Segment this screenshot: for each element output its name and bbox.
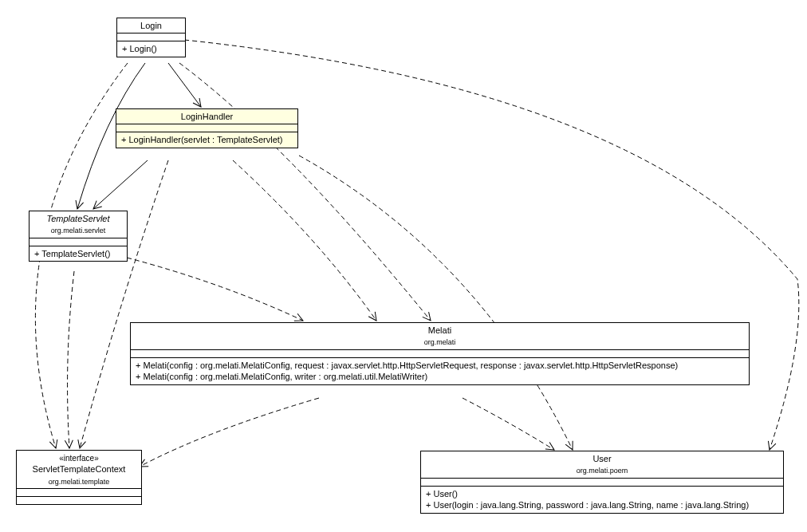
class-melati: Melati org.melati + Melati(config : org.… xyxy=(130,322,750,385)
class-loginhandler-attrs xyxy=(116,124,297,132)
class-user-op-1: + User(login : java.lang.String, passwor… xyxy=(426,500,749,510)
class-login-attrs xyxy=(117,33,185,41)
class-melati-pkg: org.melati xyxy=(424,338,456,346)
class-melati-op-0: + Melati(config : org.melati.MelatiConfi… xyxy=(136,361,678,370)
edge-melati-to-user xyxy=(463,398,554,450)
class-user-attrs xyxy=(421,479,783,487)
class-stc-attrs xyxy=(17,489,141,497)
edge-login-to-user xyxy=(184,40,799,450)
class-stc-name: ServletTemplateContext xyxy=(33,464,126,474)
class-templateservlet: TemplateServlet org.melati.servlet + Tem… xyxy=(29,211,128,262)
edge-loginhandler-to-stc xyxy=(80,160,168,448)
class-loginhandler-op-0: + LoginHandler(servlet : TemplateServlet… xyxy=(116,132,297,147)
class-templateservlet-name: TemplateServlet xyxy=(46,214,109,223)
edge-loginhandler-to-user xyxy=(299,156,573,450)
class-user-ops: + User() + User(login : java.lang.String… xyxy=(421,487,783,513)
class-melati-name: Melati xyxy=(428,325,451,335)
class-stc: «interface» ServletTemplateContext org.m… xyxy=(16,450,142,505)
edge-templateservlet-to-melati xyxy=(127,258,303,321)
class-templateservlet-head: TemplateServlet org.melati.servlet xyxy=(30,211,127,238)
class-melati-head: Melati org.melati xyxy=(131,323,749,350)
class-user-name: User xyxy=(592,454,611,463)
class-user: User org.melati.poem + User() + User(log… xyxy=(420,451,784,514)
class-loginhandler-name: LoginHandler xyxy=(116,109,297,124)
edge-loginhandler-to-melati xyxy=(233,160,376,321)
edge-melati-to-stc xyxy=(140,398,319,467)
class-login-name: Login xyxy=(117,18,185,33)
class-stc-ops xyxy=(17,497,141,504)
edge-login-to-loginhandler xyxy=(168,63,201,107)
edge-loginhandler-to-templateservlet xyxy=(93,160,148,209)
class-loginhandler: LoginHandler + LoginHandler(servlet : Te… xyxy=(116,108,298,148)
class-login-op-0: + Login() xyxy=(117,41,185,56)
edge-templateservlet-to-stc xyxy=(68,271,74,448)
edge-login-to-melati xyxy=(179,63,431,321)
class-templateservlet-op-0: + TemplateServlet() xyxy=(30,246,127,261)
uml-diagram: Login + Login() LoginHandler + LoginHand… xyxy=(0,0,807,532)
class-templateservlet-attrs xyxy=(30,238,127,246)
class-user-head: User org.melati.poem xyxy=(421,451,783,479)
class-melati-attrs xyxy=(131,350,749,358)
class-user-op-0: + User() xyxy=(426,489,458,499)
class-user-pkg: org.melati.poem xyxy=(577,467,628,475)
class-stc-stereo: «interface» xyxy=(59,454,98,463)
class-templateservlet-pkg: org.melati.servlet xyxy=(51,227,106,234)
class-stc-pkg: org.melati.template xyxy=(49,478,110,486)
class-melati-ops: + Melati(config : org.melati.MelatiConfi… xyxy=(131,358,749,384)
class-stc-head: «interface» ServletTemplateContext org.m… xyxy=(17,451,141,489)
class-login: Login + Login() xyxy=(116,18,186,57)
class-melati-op-1: + Melati(config : org.melati.MelatiConfi… xyxy=(136,372,427,381)
